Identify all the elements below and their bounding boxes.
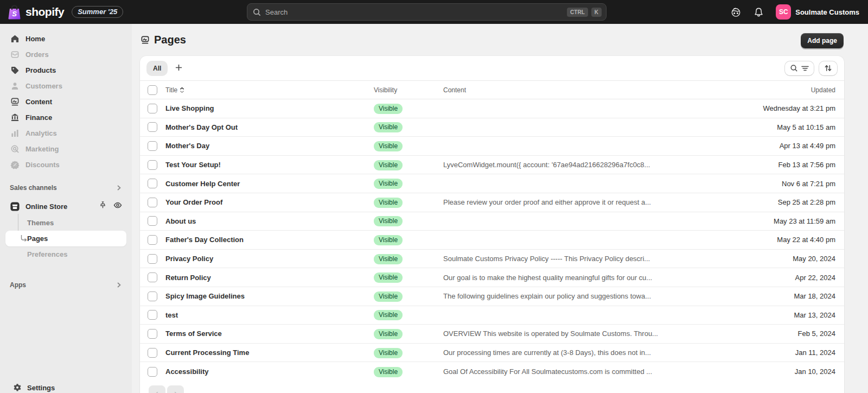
table-row[interactable]: Spicy Image Guidelines Visible The follo… [140, 287, 844, 306]
sidebar-item-customers[interactable]: Customers [5, 78, 126, 94]
page-header: Pages [141, 34, 186, 46]
page-title-cell[interactable]: test [165, 311, 374, 319]
row-checkbox[interactable] [148, 235, 157, 245]
sidebar-item-discounts[interactable]: Discounts [5, 157, 126, 173]
sidebar-item-label: Customers [25, 82, 62, 90]
row-checkbox[interactable] [148, 216, 157, 226]
row-checkbox[interactable] [148, 179, 157, 188]
table-row[interactable]: Customer Help Center Visible Nov 6 at 7:… [140, 174, 844, 193]
card-toolbar: All [140, 56, 844, 81]
select-all-checkbox[interactable] [148, 85, 157, 95]
sidebar-item-finance[interactable]: Finance [5, 110, 126, 125]
prev-page-button[interactable]: ‹ [149, 385, 165, 393]
tab-all[interactable]: All [146, 61, 168, 76]
sort-button[interactable] [819, 61, 838, 76]
sidekick-assistant-button[interactable] [727, 3, 744, 21]
row-checkbox[interactable] [148, 254, 157, 264]
products-tag-icon [10, 66, 20, 75]
row-checkbox[interactable] [148, 141, 157, 151]
table-row[interactable]: About us Visible May 23 at 11:59 am [140, 212, 844, 231]
updated-cell: May 5 at 10:15 am [707, 123, 835, 131]
sidebar-item-preferences[interactable]: Preferences [5, 246, 126, 262]
updated-cell: Apr 22, 2024 [707, 274, 835, 282]
page-title-cell[interactable]: Your Order Proof [165, 198, 374, 206]
row-checkbox[interactable] [148, 272, 157, 282]
row-checkbox[interactable] [148, 160, 157, 170]
content-preview-cell: Our goal is to make the highest quality … [443, 274, 707, 282]
add-view-button[interactable] [171, 61, 186, 76]
page-title-cell[interactable]: Accessibility [165, 367, 374, 376]
row-checkbox[interactable] [148, 104, 157, 113]
sidebar: Home Orders Products Customers Content F… [0, 24, 132, 393]
sidebar-item-settings[interactable]: Settings [13, 383, 55, 392]
table-row[interactable]: Your Order Proof Visible Please review y… [140, 193, 844, 212]
sidebar-item-analytics[interactable]: Analytics [5, 125, 126, 141]
table-row[interactable]: Mother's Day Opt Out Visible May 5 at 10… [140, 118, 844, 137]
page-title-cell[interactable]: Customer Help Center [165, 180, 374, 188]
page-title-cell[interactable]: Mother's Day [165, 142, 374, 150]
sidebar-item-online-store[interactable]: Online Store [5, 198, 126, 215]
row-checkbox[interactable] [148, 291, 157, 301]
table-row[interactable]: Accessibility Visible Goal Of Accessibil… [140, 362, 844, 381]
search-filter-button[interactable] [784, 61, 814, 76]
row-checkbox[interactable] [148, 367, 157, 377]
row-checkbox[interactable] [148, 310, 157, 320]
updated-cell: Wednesday at 3:21 pm [707, 104, 835, 112]
global-search[interactable]: CTRL K [247, 3, 607, 21]
online-store-label: Online Store [25, 202, 93, 211]
sidebar-item-home[interactable]: Home [5, 31, 126, 47]
page-title-cell[interactable]: Current Processing Time [165, 348, 374, 357]
page-title-cell[interactable]: Mother's Day Opt Out [165, 123, 374, 131]
pin-icon[interactable] [99, 201, 107, 212]
visibility-badge: Visible [374, 179, 403, 189]
table-row[interactable]: Father's Day Collection Visible May 22 a… [140, 231, 844, 250]
sidebar-item-themes[interactable]: Themes [5, 215, 126, 231]
row-checkbox[interactable] [148, 348, 157, 358]
sidebar-item-pages[interactable]: Pages [5, 231, 126, 246]
page-title-cell[interactable]: Return Policy [165, 274, 374, 282]
sidebar-item-products[interactable]: Products [5, 62, 126, 78]
table-row[interactable]: Test Your Setup! Visible LyveComWidget.m… [140, 156, 844, 175]
table-row[interactable]: test Visible Mar 13, 2024 [140, 306, 844, 325]
apps-header[interactable]: Apps [5, 277, 126, 293]
sidebar-item-marketing[interactable]: Marketing [5, 141, 126, 157]
content-preview-cell: The following guidelines explain our pol… [443, 292, 707, 300]
row-checkbox[interactable] [148, 122, 157, 132]
table-row[interactable]: Current Processing Time Visible Our proc… [140, 344, 844, 363]
next-page-button[interactable]: › [167, 385, 184, 393]
shopify-logo[interactable]: S shopify Summer '25 [8, 0, 123, 24]
page-title-cell[interactable]: Father's Day Collection [165, 236, 374, 244]
visibility-badge: Visible [374, 310, 403, 320]
visibility-badge: Visible [374, 254, 403, 264]
orders-icon [10, 50, 20, 59]
table-row[interactable]: Mother's Day Visible Apr 13 at 4:49 pm [140, 137, 844, 156]
table-row[interactable]: Live Shopping Visible Wednesday at 3:21 … [140, 99, 844, 118]
page-title-cell[interactable]: About us [165, 217, 374, 225]
updated-cell: Nov 6 at 7:21 pm [707, 180, 835, 188]
row-checkbox[interactable] [148, 329, 157, 339]
account-menu[interactable]: SC Soulmate Customs [773, 2, 863, 22]
sidebar-item-orders[interactable]: Orders [5, 47, 126, 62]
page-title-cell[interactable]: Privacy Policy [165, 255, 374, 263]
add-page-button[interactable]: Add page [801, 33, 844, 48]
updated-cell: Mar 13, 2024 [707, 311, 835, 319]
column-title[interactable]: Title [165, 86, 374, 94]
sidebar-item-content[interactable]: Content [5, 94, 126, 110]
sales-channels-header[interactable]: Sales channels [5, 180, 126, 195]
column-content: Content [443, 86, 707, 94]
table-body: Live Shopping Visible Wednesday at 3:21 … [140, 99, 844, 381]
content-preview-cell: Goal Of Accessibility For All Soulmatecu… [443, 367, 707, 376]
page-title-cell[interactable]: Live Shopping [165, 104, 374, 112]
table-row[interactable]: Terms of Service Visible OVERVIEW This w… [140, 325, 844, 344]
notifications-button[interactable] [750, 3, 767, 21]
page-title-cell[interactable]: Terms of Service [165, 329, 374, 338]
page-title-cell[interactable]: Spicy Image Guidelines [165, 292, 374, 300]
table-row[interactable]: Privacy Policy Visible Soulmate Customs … [140, 250, 844, 269]
visibility-badge: Visible [374, 329, 403, 339]
row-checkbox[interactable] [148, 198, 157, 207]
table-row[interactable]: Return Policy Visible Our goal is to mak… [140, 268, 844, 287]
updated-cell: Feb 13 at 7:56 pm [707, 161, 835, 169]
search-input[interactable] [265, 8, 564, 16]
eye-icon[interactable] [113, 201, 122, 212]
page-title-cell[interactable]: Test Your Setup! [165, 161, 374, 169]
